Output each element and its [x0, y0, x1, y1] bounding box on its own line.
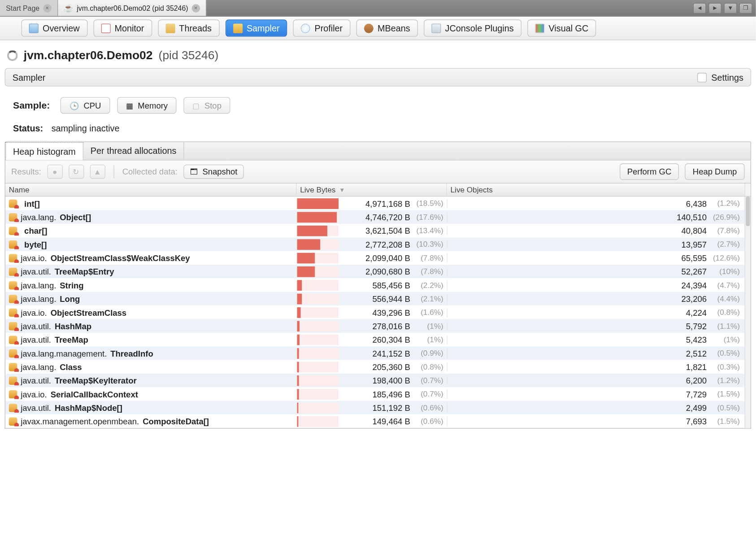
tab-threads[interactable]: Threads [158, 20, 219, 37]
bytes-value: 2,099,040 B [341, 253, 413, 262]
cell-name: java.lang.String [5, 280, 296, 290]
button-label: Memory [138, 100, 168, 110]
bytes-pct: (0.7%) [414, 390, 447, 399]
table-row[interactable]: java.lang.Class205,360 B(0.8%)1,821(0.3%… [5, 360, 745, 374]
tab-mbeans[interactable]: MBeans [356, 20, 418, 37]
tab-jconsole[interactable]: JConsole Plugins [424, 20, 521, 37]
objects-value: 5,792 [448, 321, 710, 331]
settings-toggle[interactable]: Settings [697, 72, 743, 82]
cell-bytes: 149,464 B(0.6%) [296, 416, 447, 427]
deltas-button[interactable]: ▲ [90, 165, 105, 179]
bar-bg [297, 348, 339, 359]
table-row[interactable]: java.util.HashMap$Node[]151,192 B(0.6%)2… [5, 401, 745, 414]
nav-right-button[interactable]: ► [708, 3, 721, 13]
bytes-value: 585,456 B [341, 280, 413, 290]
nav-left-button[interactable]: ◄ [693, 3, 706, 13]
sort-desc-icon: ▼ [339, 187, 345, 193]
divider [113, 165, 114, 178]
title-main: jvm.chapter06.Demo02 [24, 48, 153, 62]
perform-gc-button[interactable]: Perform GC [620, 163, 679, 180]
class-prefix: java.util. [21, 267, 51, 276]
objects-value: 13,957 [448, 240, 710, 249]
table-row[interactable]: java.util.HashMap278,016 B(1%)5,792(1.1%… [5, 319, 745, 332]
objects-pct: (0.5%) [710, 403, 745, 412]
cell-name: byte[] [5, 240, 296, 249]
mbeans-icon [364, 23, 374, 33]
bar-fill [297, 389, 299, 400]
objects-pct: (0.5%) [710, 349, 745, 357]
table-row[interactable]: java.lang.Long556,944 B(2.1%)23,206(4.4%… [5, 292, 745, 305]
bytes-value: 278,016 B [341, 321, 413, 331]
refresh-icon: ↻ [73, 168, 79, 175]
table-row[interactable]: java.io.SerialCallbackContext185,496 B(0… [5, 387, 745, 401]
spinner-icon [7, 50, 18, 61]
class-icon [9, 349, 17, 357]
column-live-bytes[interactable]: Live Bytes ▼ [296, 183, 447, 196]
table-row[interactable]: java.io.ObjectStreamClass439,296 B(1.6%)… [5, 305, 745, 319]
chip-icon: ▦ [126, 101, 133, 109]
table-row[interactable]: java.io.ObjectStreamClass$WeakClassKey2,… [5, 251, 745, 265]
table-row[interactable]: java.lang.String585,456 B(2.2%)24,394(4.… [5, 278, 745, 292]
objects-pct: (0.3%) [710, 362, 745, 371]
cpu-button[interactable]: 🕒 CPU [61, 97, 110, 113]
table-row[interactable]: java.util.TreeMap260,304 B(1%)5,423(1%) [5, 333, 745, 346]
pause-button[interactable]: ● [47, 165, 62, 179]
cell-objects: 1,821(0.3%) [447, 362, 745, 371]
title-pid: (pid 35246) [159, 48, 219, 62]
cell-name: java.util.HashMap [5, 321, 296, 331]
close-icon[interactable]: × [43, 4, 51, 12]
class-prefix: java.util. [21, 335, 51, 344]
class-name: String [60, 280, 83, 290]
stop-button[interactable]: ▢ Stop [184, 97, 230, 113]
tab-visualgc[interactable]: Visual GC [527, 20, 596, 37]
class-name: SerialCallbackContext [51, 389, 138, 399]
bar-fill [297, 280, 302, 291]
objects-pct: (1.1%) [710, 322, 745, 331]
app-tab-startpage[interactable]: Start Page × [0, 0, 58, 16]
column-live-objects[interactable]: Live Objects [447, 183, 745, 196]
column-name[interactable]: Name [5, 183, 296, 196]
table-row[interactable]: java.util.TreeMap$Entry2,090,680 B(7.8%)… [5, 265, 745, 278]
objects-value: 1,821 [448, 362, 710, 371]
tab-monitor[interactable]: Monitor [93, 20, 152, 37]
memory-button[interactable]: ▦ Memory [117, 97, 177, 113]
status-value: sampling inactive [52, 123, 120, 133]
objects-value: 2,499 [448, 403, 710, 412]
cell-objects: 7,729(1.5%) [447, 389, 745, 399]
class-icon [9, 240, 17, 248]
circle-icon: ● [52, 168, 57, 175]
table-row[interactable]: javax.management.openmbean.CompositeData… [5, 414, 745, 428]
heap-dump-button[interactable]: Heap Dump [685, 163, 745, 180]
objects-pct: (26.9%) [710, 213, 745, 222]
cell-bytes: 278,016 B(1%) [296, 321, 447, 331]
table-row[interactable]: byte[]2,772,208 B(10.3%)13,957(2.7%) [5, 237, 745, 251]
table-row[interactable]: int[]4,971,168 B(18.5%)6,438(1.2%) [5, 196, 745, 210]
table-row[interactable]: java.lang.Object[]4,746,720 B(17.6%)140,… [5, 210, 745, 224]
class-name: byte[] [24, 240, 47, 249]
scrollbar-thumb[interactable] [746, 196, 750, 226]
column-label: Live Bytes [300, 185, 335, 194]
tab-label: JConsole Plugins [445, 23, 514, 33]
refresh-button[interactable]: ↻ [69, 165, 84, 179]
tab-overview[interactable]: Overview [22, 20, 87, 37]
table-row[interactable]: char[]3,621,504 B(13.4%)40,804(7.8%) [5, 224, 745, 237]
table-row[interactable]: java.lang.management.ThreadInfo241,152 B… [5, 346, 745, 360]
objects-value: 5,423 [448, 335, 710, 344]
subtab-per-thread[interactable]: Per thread allocations [83, 142, 184, 160]
table-header: Name Live Bytes ▼ Live Objects [5, 183, 751, 196]
app-tab-process[interactable]: ☕ jvm.chapter06.Demo02 (pid 35246) × [58, 0, 206, 16]
dropdown-button[interactable]: ▼ [724, 3, 737, 13]
snapshot-button[interactable]: 🗔 Snapshot [183, 165, 244, 179]
subtab-heap-histogram[interactable]: Heap histogram [5, 142, 83, 160]
tab-profiler[interactable]: Profiler [293, 20, 350, 37]
tab-sampler[interactable]: Sampler [225, 20, 287, 37]
table-row[interactable]: java.util.TreeMap$KeyIterator198,400 B(0… [5, 374, 745, 387]
close-icon[interactable]: × [191, 4, 200, 12]
cell-objects: 5,423(1%) [447, 335, 745, 344]
vertical-scrollbar[interactable] [745, 196, 751, 428]
snapshot-icon: 🗔 [190, 168, 198, 175]
class-prefix: javax.management.openmbean. [21, 417, 139, 426]
class-name: ObjectStreamClass [51, 308, 126, 317]
cell-bytes: 2,099,040 B(7.8%) [296, 253, 447, 263]
maximize-button[interactable]: ❐ [739, 3, 752, 13]
